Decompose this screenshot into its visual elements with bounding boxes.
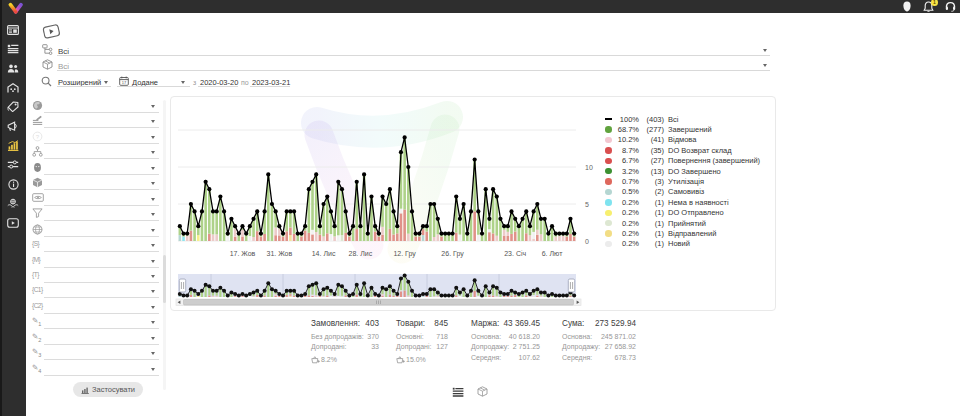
navigator-handle[interactable] [179,279,185,292]
sidebar-item-dashboard[interactable] [0,22,26,38]
legend-item[interactable]: 0.2%(1)Нема в наявності [605,197,760,207]
sidebar-item-megaphone[interactable] [0,118,26,134]
filter-input-underline[interactable] [44,127,159,128]
funnel-icon [32,208,43,219]
filter-input-underline[interactable] [44,359,159,360]
sidebar-item-analytics[interactable] [0,138,26,154]
sidebar-item-warehouse[interactable] [0,80,26,96]
product-filter-underline[interactable] [57,58,770,71]
legend-item[interactable]: 0.7%(3)Утилізація [605,176,760,186]
support-headset-icon[interactable] [945,1,956,12]
filter-caret-icon[interactable] [151,244,155,247]
sidebar-item-video[interactable] [0,215,26,231]
sidebar-item-orders-list[interactable] [0,41,26,57]
legend-item[interactable]: 10.2%(41)Відмова [605,135,760,145]
filter-input-underline[interactable] [44,143,159,144]
legend-item[interactable]: 6.7%(27)Повернення (завершений) [605,156,760,166]
filter-caret-icon[interactable] [151,182,155,185]
stat-sub-value: 107.62 [519,354,540,365]
date-field-underline[interactable] [117,74,190,87]
app-logo-icon[interactable] [7,0,24,13]
notifications-bell-icon[interactable]: 1 [923,1,934,12]
user-avatar-icon[interactable] [901,1,912,12]
filter-input-underline[interactable] [44,328,159,329]
legend-item[interactable]: 0.2%(1)DO Отправлено [605,208,760,218]
navigator-handle[interactable] [568,279,574,292]
filter-input-underline[interactable] [44,174,159,175]
legend-item[interactable]: 0.5%(2)Самовивіз [605,187,760,197]
filter-caret-icon[interactable] [151,229,155,232]
filter-row-4 [32,145,159,160]
legend-marker-icon [605,158,612,164]
legend-marker-icon [605,137,612,143]
filter-input-underline[interactable] [44,112,159,113]
list-view-icon[interactable] [452,383,463,393]
filter-input-underline[interactable] [44,282,159,283]
legend-count: (41) [639,135,664,144]
filter-input-underline[interactable] [44,220,159,221]
chart-card: 051017. Жов31. Жов14. Лис28. Лис12. Гру2… [170,96,776,311]
filter-caret-icon[interactable] [151,290,155,293]
filter-caret-icon[interactable] [151,151,155,154]
braces-icon: {C2} [32,302,43,313]
date-from-underline[interactable] [198,74,238,87]
stat-title: Маржа: [471,319,499,331]
sidebar-item-info[interactable] [0,176,26,192]
filter-input-underline[interactable] [44,297,159,298]
legend-item[interactable]: 68.7%(277)Завершений [605,124,760,134]
filter-caret-icon[interactable] [151,105,155,108]
filter-input-underline[interactable] [44,189,159,190]
filter-panel-scrollbar[interactable] [163,100,166,390]
legend-item[interactable]: 3.2%(13)DO Завершено [605,166,760,176]
filter-input-underline[interactable] [44,251,159,252]
status-filter-underline[interactable] [57,43,770,56]
filter-input-underline[interactable] [44,236,159,237]
filter-panel-scrollbar-thumb[interactable] [163,255,166,303]
filter-caret-icon[interactable] [151,136,155,139]
filter-caret-icon[interactable] [151,213,155,216]
filter-caret-icon[interactable] [151,120,155,123]
sidebar-item-users[interactable] [0,60,26,76]
legend-count: (3) [639,177,664,186]
product-filter-caret-icon[interactable] [763,64,767,67]
legend-percent: 8.7% [612,146,639,155]
search-mode-underline[interactable] [57,74,111,87]
filter-caret-icon[interactable] [151,337,155,340]
legend-item[interactable]: 8.7%(35)DO Возврат склад [605,145,760,155]
filter-row-6 [32,176,159,191]
sidebar-item-pricetag[interactable] [0,99,26,115]
filter-caret-icon[interactable] [151,275,155,278]
legend-item[interactable]: 100%(403)Всі [605,114,760,124]
sidebar-item-sliders[interactable] [0,157,26,173]
filter-caret-icon[interactable] [151,260,155,263]
legend-item[interactable]: 0.2%(1)Новий [605,239,760,249]
filter-input-underline[interactable] [44,344,159,345]
sidebar-item-partners[interactable] [0,195,26,211]
filter-input-underline[interactable] [44,375,159,376]
filter-caret-icon[interactable] [151,321,155,324]
svg-text:14. Лис: 14. Лис [312,250,336,257]
status-filter-caret-icon[interactable] [763,49,767,52]
date-to-underline[interactable] [250,74,290,87]
legend-item[interactable]: 0.2%(1)Прийнятий [605,218,760,228]
filter-input-underline[interactable] [44,267,159,268]
filter-caret-icon[interactable] [151,198,155,201]
filter-input-underline[interactable] [44,313,159,314]
filter-input-underline[interactable] [44,158,159,159]
pencil-icon: ✎1 [32,316,43,327]
filter-input-underline[interactable] [44,205,159,206]
legend-percent: 10.2% [612,135,639,144]
filter-caret-icon[interactable] [151,352,155,355]
filter-caret-icon[interactable] [151,167,155,170]
svg-text:10: 10 [585,164,593,171]
package-view-icon[interactable] [477,383,488,393]
partners-icon [7,198,19,208]
stat-sub-label: Середня: [562,354,592,365]
filter-caret-icon[interactable] [151,306,155,309]
apply-button[interactable]: Застосувати [73,382,143,397]
filter-row-17: ✎3 [32,346,159,361]
filter-caret-icon[interactable] [151,368,155,371]
legend-percent: 3.2% [612,167,639,176]
stat-sub-label: Допродажу: [471,343,509,354]
legend-item[interactable]: 0.2%(1)Відправлений [605,228,760,238]
